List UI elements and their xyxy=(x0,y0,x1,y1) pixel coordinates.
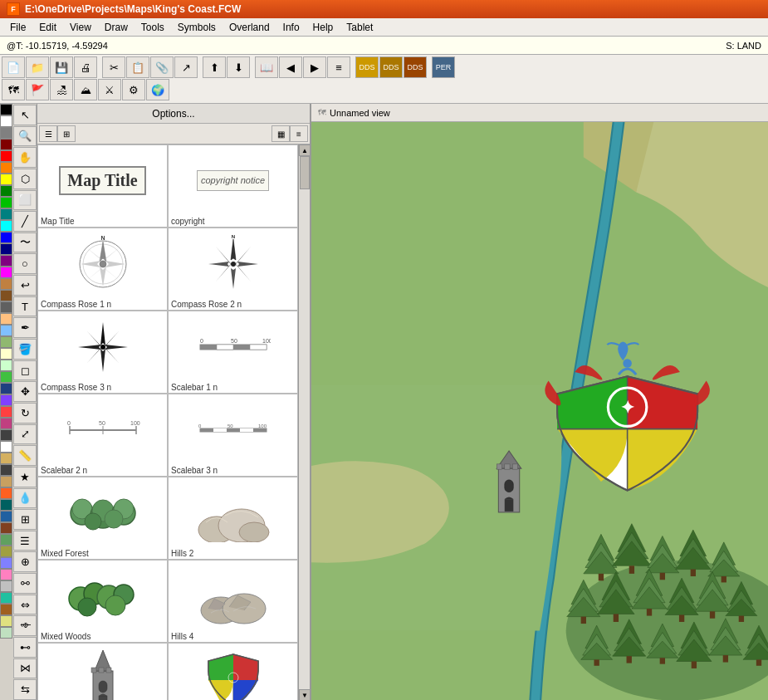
tb-dds3[interactable]: DDS xyxy=(404,56,427,78)
tool-erase[interactable]: ◻ xyxy=(13,360,37,381)
menu-view[interactable]: View xyxy=(63,20,98,35)
menu-tablet[interactable]: Tablet xyxy=(340,20,379,35)
symbol-shield[interactable]: shield xyxy=(168,643,298,700)
panel-options-button[interactable]: Options... xyxy=(37,104,310,124)
symbol-compass2[interactable]: N Compass Rose 2 n xyxy=(168,228,298,311)
color-darkcyan[interactable] xyxy=(0,499,12,511)
color-olive[interactable] xyxy=(0,546,12,557)
tb-r5[interactable]: ⚔ xyxy=(98,79,121,100)
color-sage[interactable] xyxy=(0,336,12,348)
color-pink[interactable] xyxy=(0,569,12,580)
tool-symbol[interactable]: ★ xyxy=(13,467,37,487)
tool-scale[interactable]: ⤢ xyxy=(13,424,37,445)
color-cream[interactable] xyxy=(0,348,12,360)
tb-import1[interactable]: ⬆ xyxy=(203,56,226,78)
symbol-scalebar1[interactable]: 0 50 100 Scalebar 1 n xyxy=(168,311,298,394)
menu-help[interactable]: Help xyxy=(306,20,340,35)
tool-pen[interactable]: ✒ xyxy=(13,317,37,338)
panel-list-icon[interactable]: ☰ xyxy=(39,125,57,142)
tool-misc2[interactable]: ⇔ xyxy=(13,595,37,615)
color-magenta[interactable] xyxy=(0,267,12,278)
tool-node[interactable]: ⬡ xyxy=(13,169,37,189)
tool-undo[interactable]: ↩ xyxy=(13,275,37,296)
color-copper[interactable] xyxy=(0,604,12,615)
color-purple[interactable] xyxy=(0,255,12,267)
color-vermilion[interactable] xyxy=(0,487,12,499)
menu-draw[interactable]: Draw xyxy=(98,20,135,35)
tool-circle[interactable]: ○ xyxy=(13,253,37,274)
tb-book3[interactable]: ▶ xyxy=(303,56,326,78)
menu-overland[interactable]: Overland xyxy=(223,20,276,35)
symbol-compass3[interactable]: Compass Rose 3 n xyxy=(37,311,168,394)
tb-cut[interactable]: ✂ xyxy=(102,56,125,78)
tool-fill[interactable]: 🪣 xyxy=(13,339,37,360)
color-darkbrown[interactable] xyxy=(0,290,12,301)
symbol-hills4[interactable]: Hills 4 xyxy=(168,560,298,643)
tb-r6[interactable]: ⚙ xyxy=(122,79,145,100)
symbol-copyright[interactable]: copyright notice copyright xyxy=(168,144,298,228)
color-charcoal[interactable] xyxy=(0,464,12,476)
scroll-up[interactable]: ▲ xyxy=(299,144,310,156)
tb-dds2[interactable]: DDS xyxy=(379,56,403,78)
color-gold[interactable] xyxy=(0,453,12,464)
color-red[interactable] xyxy=(0,150,12,162)
color-lightred[interactable] xyxy=(0,406,12,418)
color-rose[interactable] xyxy=(0,418,12,429)
panel-sort-icon[interactable]: ≡ xyxy=(290,125,308,142)
tb-import2[interactable]: ⬇ xyxy=(227,56,250,78)
tool-misc5[interactable]: ⋈ xyxy=(13,658,37,679)
color-peach[interactable] xyxy=(0,313,12,325)
tool-misc3[interactable]: ⬲ xyxy=(13,615,37,636)
tb-per[interactable]: PER xyxy=(432,56,455,78)
tool-zoom[interactable]: 🔍 xyxy=(13,126,37,147)
tool-color-pick[interactable]: 💧 xyxy=(13,488,37,509)
menu-symbols[interactable]: Symbols xyxy=(171,20,223,35)
tool-curve[interactable]: 〜 xyxy=(13,233,37,253)
panel-scrollbar[interactable]: ▲ ▼ xyxy=(298,144,310,700)
color-darkgray2[interactable] xyxy=(0,429,12,441)
color-orange[interactable] xyxy=(0,162,12,174)
color-medgreen[interactable] xyxy=(0,371,12,383)
color-violet[interactable] xyxy=(0,394,12,406)
scroll-thumb[interactable] xyxy=(300,156,310,189)
color-tan[interactable] xyxy=(0,476,12,487)
color-brown[interactable] xyxy=(0,278,12,290)
tool-misc1[interactable]: ⚯ xyxy=(13,573,37,594)
tool-move[interactable]: ✥ xyxy=(13,381,37,402)
color-lightgreen[interactable] xyxy=(0,360,12,371)
tb-r7[interactable]: 🌍 xyxy=(146,79,169,100)
tb-save[interactable]: 💾 xyxy=(50,56,73,78)
symbol-hills2[interactable]: Hills 2 xyxy=(168,477,298,560)
color-white[interactable] xyxy=(0,115,12,127)
tb-r1[interactable]: 🗺 xyxy=(2,79,25,100)
color-white2[interactable] xyxy=(0,441,12,453)
color-maroon[interactable] xyxy=(0,139,12,150)
menu-info[interactable]: Info xyxy=(276,20,306,35)
tool-text[interactable]: T xyxy=(13,296,37,317)
color-seafoam[interactable] xyxy=(0,592,12,604)
tb-print[interactable]: 🖨 xyxy=(74,56,97,78)
color-lightyellow[interactable] xyxy=(0,615,12,627)
map-canvas[interactable]: ✦ xyxy=(311,122,768,700)
color-cyan[interactable] xyxy=(0,220,12,232)
view-tab[interactable]: 🗺 Unnamed view xyxy=(311,104,768,122)
color-blue[interactable] xyxy=(0,232,12,243)
color-green[interactable] xyxy=(0,185,12,197)
tool-polygon[interactable]: ⬜ xyxy=(13,190,37,211)
tool-snap[interactable]: ⊕ xyxy=(13,551,37,572)
color-darkgray[interactable] xyxy=(0,301,12,313)
tb-export1[interactable]: ↗ xyxy=(174,56,198,78)
color-yellow[interactable] xyxy=(0,174,12,185)
tool-rotate[interactable]: ↻ xyxy=(13,403,37,423)
tb-r3[interactable]: 🏖 xyxy=(50,79,73,100)
menu-tools[interactable]: Tools xyxy=(135,20,171,35)
color-silver[interactable] xyxy=(0,580,12,592)
tool-grid[interactable]: ⊞ xyxy=(13,509,37,530)
tb-book1[interactable]: 📖 xyxy=(255,56,278,78)
tool-line[interactable]: ╱ xyxy=(13,211,37,232)
tool-layer[interactable]: ☰ xyxy=(13,531,37,551)
tb-open[interactable]: 📁 xyxy=(26,56,49,78)
tb-copy[interactable]: 📋 xyxy=(126,56,149,78)
color-darkblue2[interactable] xyxy=(0,383,12,394)
menu-edit[interactable]: Edit xyxy=(32,20,63,35)
